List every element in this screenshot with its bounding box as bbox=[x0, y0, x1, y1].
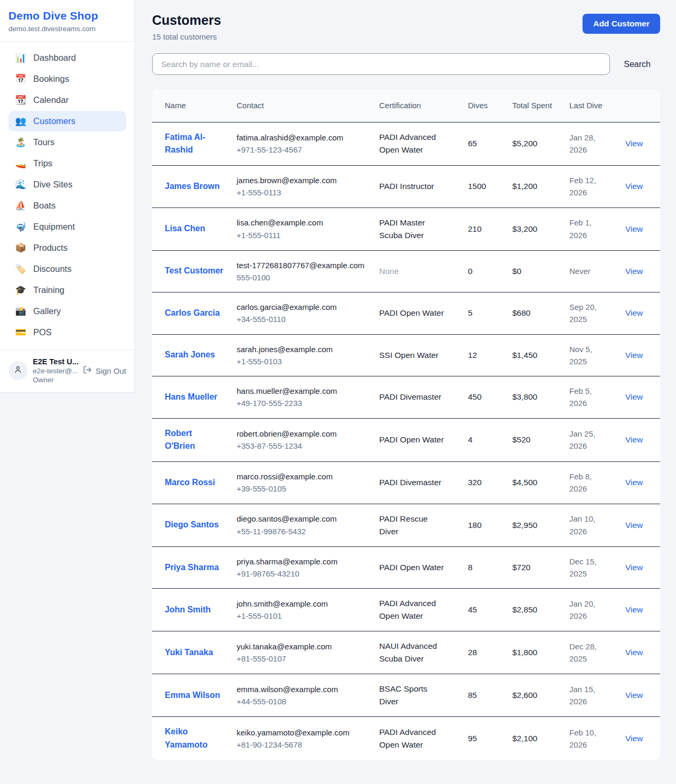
app-root: Demo Dive Shop demo.test.divestreams.com… bbox=[0, 0, 676, 773]
view-customer-link[interactable]: View bbox=[625, 392, 643, 401]
add-customer-button[interactable]: Add Customer bbox=[583, 14, 660, 34]
sidebar-item-boats[interactable]: ⛵ Boats bbox=[8, 195, 126, 216]
certification-cell: PADI Instructor bbox=[373, 166, 462, 208]
view-customer-link[interactable]: View bbox=[625, 139, 643, 148]
customer-email: sarah.jones@example.com bbox=[237, 343, 367, 355]
customer-phone: +353-87-555-1234 bbox=[237, 440, 367, 452]
customer-count: 15 total customers bbox=[152, 32, 221, 41]
people-icon: 👥 bbox=[15, 117, 26, 126]
table-row: Lisa Chen lisa.chen@example.com +1-555-0… bbox=[152, 207, 660, 250]
view-customer-link[interactable]: View bbox=[625, 351, 643, 360]
person-icon bbox=[13, 365, 23, 376]
customer-name-link[interactable]: Lisa Chen bbox=[165, 222, 205, 235]
sidebar-user-footer: E2E Test U... e2e-tester@... Owner Sign … bbox=[0, 350, 135, 392]
sidebar-item-customers[interactable]: 👥 Customers bbox=[8, 111, 126, 131]
contact-cell: test-1772681807767@example.com 555-0100 bbox=[230, 250, 373, 292]
dives-cell: 1500 bbox=[462, 166, 506, 208]
contact-cell: keiko.yamamoto@example.com +81-90-1234-5… bbox=[230, 717, 373, 760]
customer-phone: 555-0100 bbox=[237, 271, 367, 284]
contact-cell: yuki.tanaka@example.com +81-555-0107 bbox=[230, 631, 373, 674]
graduation-cap-icon: 🎓 bbox=[15, 286, 26, 295]
table-row: James Brown james.brown@example.com +1-5… bbox=[152, 166, 660, 208]
customer-name-link[interactable]: Diego Santos bbox=[165, 518, 219, 532]
customer-email: robert.obrien@example.com bbox=[237, 428, 367, 440]
sidebar-item-training[interactable]: 🎓 Training bbox=[8, 280, 126, 300]
sidebar-item-gallery[interactable]: 📸 Gallery bbox=[8, 301, 126, 322]
sidebar-item-tours[interactable]: 🏝️ Tours bbox=[8, 132, 126, 153]
customers-table: Name Contact Certification Dives Total S… bbox=[152, 89, 660, 760]
total-spent-cell: $3,800 bbox=[506, 376, 563, 419]
customer-name-link[interactable]: Sarah Jones bbox=[165, 348, 215, 362]
customer-email: carlos.garcia@example.com bbox=[237, 301, 367, 313]
customer-phone: +81-555-0107 bbox=[237, 653, 367, 665]
sidebar-item-equipment[interactable]: 🤿 Equipment bbox=[8, 216, 126, 237]
customer-name-link[interactable]: Robert O'Brien bbox=[165, 427, 224, 454]
total-spent-cell: $2,600 bbox=[506, 674, 563, 717]
table-row: Fatima Al-Rashid fatima.alrashid@example… bbox=[152, 122, 660, 166]
total-spent-cell: $5,200 bbox=[506, 122, 563, 166]
sidebar-nav: 📊 Dashboard 📅 Bookings 📆 Calendar 👥 Cust… bbox=[0, 42, 135, 350]
contact-cell: emma.wilson@example.com +44-555-0108 bbox=[230, 674, 373, 717]
certification-cell: BSAC Sports Diver bbox=[373, 674, 462, 717]
contact-cell: lisa.chen@example.com +1-555-0111 bbox=[230, 207, 373, 250]
view-customer-link[interactable]: View bbox=[625, 734, 643, 743]
customer-name-link[interactable]: Carlos Garcia bbox=[165, 307, 220, 320]
sign-out-button[interactable]: Sign Out bbox=[83, 365, 126, 376]
view-customer-link[interactable]: View bbox=[625, 308, 643, 317]
table-header: Name Contact Certification Dives Total S… bbox=[152, 89, 660, 122]
tear-off-calendar-icon: 📆 bbox=[15, 96, 26, 105]
view-customer-link[interactable]: View bbox=[625, 563, 643, 572]
customer-name-link[interactable]: Keiko Yamamoto bbox=[165, 725, 224, 752]
sidebar-item-discounts[interactable]: 🏷️ Discounts bbox=[8, 259, 126, 279]
view-customer-link[interactable]: View bbox=[625, 182, 643, 191]
customer-phone: +1-555-0113 bbox=[237, 186, 367, 199]
dives-cell: 8 bbox=[462, 546, 506, 589]
customer-name-link[interactable]: Hans Mueller bbox=[165, 391, 218, 404]
view-customer-link[interactable]: View bbox=[625, 435, 643, 444]
total-spent-cell: $2,850 bbox=[506, 589, 563, 631]
customer-email: hans.mueller@example.com bbox=[237, 385, 367, 397]
user-name: E2E Test U... bbox=[33, 357, 78, 366]
customer-name-link[interactable]: Test Customer bbox=[165, 265, 223, 278]
package-icon: 📦 bbox=[15, 243, 26, 252]
page-header: Customers 15 total customers Add Custome… bbox=[152, 13, 660, 41]
sidebar-item-products[interactable]: 📦 Products bbox=[8, 238, 126, 258]
table-row: Emma Wilson emma.wilson@example.com +44-… bbox=[152, 674, 660, 717]
customer-name-link[interactable]: John Smith bbox=[165, 603, 211, 617]
view-customer-link[interactable]: View bbox=[625, 267, 643, 276]
sidebar-item-bookings[interactable]: 📅 Bookings bbox=[8, 69, 126, 89]
contact-cell: diego.santos@example.com +55-11-99876-54… bbox=[230, 504, 373, 546]
view-customer-link[interactable]: View bbox=[625, 521, 643, 530]
sidebar-item-label: Training bbox=[33, 285, 64, 295]
contact-cell: robert.obrien@example.com +353-87-555-12… bbox=[230, 418, 373, 462]
sidebar-item-calendar[interactable]: 📆 Calendar bbox=[8, 90, 126, 110]
customer-name-link[interactable]: Priya Sharma bbox=[165, 561, 219, 574]
sidebar-item-pos[interactable]: 💳 POS bbox=[8, 322, 126, 343]
customer-name-link[interactable]: Yuki Tanaka bbox=[165, 646, 213, 659]
speedboat-icon: 🚤 bbox=[15, 159, 26, 168]
customer-name-link[interactable]: Fatima Al-Rashid bbox=[165, 131, 224, 157]
search-input[interactable] bbox=[152, 53, 610, 75]
view-customer-link[interactable]: View bbox=[625, 691, 643, 700]
sidebar-item-label: Equipment bbox=[33, 222, 75, 232]
customer-name-link[interactable]: Emma Wilson bbox=[165, 689, 220, 702]
shop-title: Demo Dive Shop bbox=[8, 10, 126, 22]
customer-name-link[interactable]: James Brown bbox=[165, 180, 220, 193]
view-customer-link[interactable]: View bbox=[625, 648, 643, 657]
sidebar-item-trips[interactable]: 🚤 Trips bbox=[8, 153, 126, 174]
table-row: Yuki Tanaka yuki.tanaka@example.com +81-… bbox=[152, 631, 660, 674]
total-spent-cell: $4,500 bbox=[506, 462, 563, 504]
view-customer-link[interactable]: View bbox=[625, 478, 643, 487]
customer-name-link[interactable]: Marco Rossi bbox=[165, 476, 215, 489]
search-button[interactable]: Search bbox=[610, 60, 660, 69]
view-customer-link[interactable]: View bbox=[625, 224, 643, 233]
last-dive-cell: Jan 25, 2026 bbox=[563, 418, 619, 462]
certification-cell: PADI Advanced Open Water bbox=[373, 717, 462, 760]
customer-phone: +81-90-1234-5678 bbox=[237, 739, 367, 751]
table-row: Robert O'Brien robert.obrien@example.com… bbox=[152, 418, 660, 462]
sidebar-item-dashboard[interactable]: 📊 Dashboard bbox=[8, 48, 126, 68]
sidebar-item-dive-sites[interactable]: 🌊 Dive Sites bbox=[8, 174, 126, 195]
view-customer-link[interactable]: View bbox=[625, 605, 643, 614]
total-spent-cell: $680 bbox=[506, 292, 563, 335]
customer-phone: +44-555-0108 bbox=[237, 695, 367, 707]
